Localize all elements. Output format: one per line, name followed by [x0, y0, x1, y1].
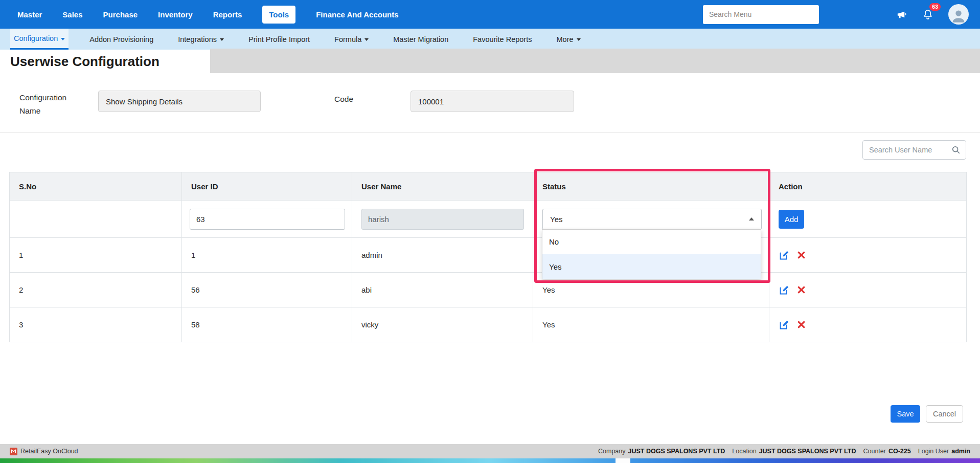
- location-label: Location: [732, 448, 756, 455]
- row-user-id: 58: [182, 307, 352, 342]
- login-user-value: admin: [951, 448, 970, 455]
- delete-icon[interactable]: [797, 285, 806, 294]
- top-navbar: Master Sales Purchase Inventory Reports …: [0, 0, 980, 29]
- row-user-id: 1: [182, 238, 352, 273]
- save-button[interactable]: Save: [891, 405, 920, 423]
- company-value: JUST DOGS SPALONS PVT LTD: [628, 448, 725, 455]
- company-label: Company: [598, 448, 626, 455]
- nav-inventory[interactable]: Inventory: [158, 10, 193, 19]
- table-row: 1 1 admin: [10, 238, 967, 273]
- tab-addon-provisioning[interactable]: Addon Provisioning: [86, 29, 157, 50]
- search-icon[interactable]: [951, 145, 961, 155]
- menu-search-input[interactable]: [708, 10, 814, 19]
- tab-master-migration[interactable]: Master Migration: [390, 29, 452, 50]
- retaileasy-logo-icon: [10, 448, 17, 455]
- table-input-row: Yes Add: [10, 201, 967, 238]
- col-header-action: Action: [769, 172, 967, 201]
- status-select[interactable]: Yes: [542, 209, 762, 230]
- col-header-user-id: User ID: [182, 172, 352, 201]
- table-header-row: S.No User ID User Name Status Action: [10, 172, 967, 201]
- statusbar: RetailEasy OnCloud Company JUST DOGS SPA…: [0, 444, 980, 458]
- nav-sales[interactable]: Sales: [62, 10, 82, 19]
- code-input[interactable]: 100001: [411, 91, 574, 112]
- tab-favourite-reports[interactable]: Favourite Reports: [469, 29, 535, 50]
- user-search-input[interactable]: [868, 145, 951, 155]
- col-header-user-name: User Name: [352, 172, 533, 201]
- app-window: Master Sales Purchase Inventory Reports …: [0, 0, 980, 463]
- tab-integrations-label: Integrations: [178, 35, 217, 43]
- taskbar-notch: [616, 458, 630, 463]
- row-user-name: admin: [352, 238, 533, 273]
- brand-name: RetailEasy OnCloud: [20, 448, 78, 455]
- menu-search-box: [703, 5, 819, 24]
- tab-formula-label: Formula: [334, 35, 361, 43]
- edit-icon[interactable]: [779, 250, 790, 261]
- tools-subnav: Configuration Addon Provisioning Integra…: [0, 29, 980, 50]
- chevron-down-icon: [577, 38, 581, 41]
- nav-reports[interactable]: Reports: [213, 10, 242, 19]
- col-header-sno: S.No: [10, 172, 182, 201]
- row-actions: [779, 250, 806, 261]
- tab-more-label: More: [556, 35, 573, 43]
- tab-configuration-label: Configuration: [14, 34, 58, 42]
- row-user-id: 56: [182, 273, 352, 307]
- row-sno: 3: [10, 307, 182, 342]
- notifications-bell-icon[interactable]: 63: [922, 8, 934, 20]
- table-row: 2 56 abi Yes: [10, 273, 967, 307]
- row-user-name: abi: [352, 273, 533, 307]
- section-divider: [0, 132, 980, 133]
- counter-value: CO-225: [888, 448, 911, 455]
- code-label: Code: [334, 93, 353, 106]
- tab-master-migration-label: Master Migration: [393, 35, 448, 43]
- chevron-up-icon: [749, 217, 754, 221]
- nav-master[interactable]: Master: [17, 10, 42, 19]
- notification-count-badge: 63: [929, 3, 941, 11]
- taskbar-strip: [0, 458, 980, 463]
- add-button[interactable]: Add: [779, 210, 804, 229]
- delete-icon[interactable]: [797, 251, 806, 259]
- status-dropdown-panel: No Yes: [542, 229, 761, 279]
- nav-purchase[interactable]: Purchase: [103, 10, 138, 19]
- row-user-name: vicky: [352, 307, 533, 342]
- user-name-input[interactable]: [361, 209, 524, 230]
- tab-integrations[interactable]: Integrations: [174, 29, 227, 50]
- main-menu: Master Sales Purchase Inventory Reports …: [0, 6, 419, 24]
- row-sno: 1: [10, 238, 182, 273]
- delete-icon[interactable]: [797, 320, 806, 329]
- tab-configuration[interactable]: Configuration: [10, 29, 69, 50]
- chevron-down-icon: [220, 38, 224, 41]
- users-table: S.No User ID User Name Status Action Yes…: [9, 172, 967, 342]
- user-id-input[interactable]: [190, 209, 345, 230]
- tab-print-profile-import-label: Print Profile Import: [248, 35, 310, 43]
- nav-finance-and-accounts[interactable]: Finance And Accounts: [316, 10, 398, 19]
- edit-icon[interactable]: [779, 284, 790, 296]
- tab-more[interactable]: More: [553, 29, 584, 50]
- tab-formula[interactable]: Formula: [331, 29, 372, 50]
- login-user-label: Login User: [918, 448, 949, 455]
- tab-print-profile-import[interactable]: Print Profile Import: [245, 29, 313, 50]
- edit-icon[interactable]: [779, 319, 790, 330]
- brand: RetailEasy OnCloud: [10, 448, 78, 455]
- configuration-name-input[interactable]: Show Shipping Details: [98, 91, 261, 112]
- page-title: Userwise Configuration: [10, 50, 159, 73]
- tab-addon-provisioning-label: Addon Provisioning: [89, 35, 153, 43]
- dropdown-option-yes[interactable]: Yes: [542, 254, 761, 279]
- title-strip: [210, 49, 980, 73]
- nav-tools[interactable]: Tools: [262, 6, 295, 24]
- topbar-right: 63: [703, 4, 980, 25]
- announcement-icon[interactable]: [896, 9, 907, 20]
- configuration-name-label: Configuration Name: [19, 91, 80, 117]
- row-sno: 2: [10, 273, 182, 307]
- input-sno-cell: [10, 201, 182, 238]
- user-search-box: [862, 140, 966, 160]
- col-header-status: Status: [533, 172, 769, 201]
- status-select-value: Yes: [550, 215, 562, 224]
- user-avatar[interactable]: [948, 4, 969, 25]
- row-actions: [779, 284, 806, 296]
- counter-label: Counter: [863, 448, 885, 455]
- chevron-down-icon: [61, 38, 65, 40]
- cancel-button[interactable]: Cancel: [926, 405, 963, 423]
- row-status: Yes: [533, 307, 769, 342]
- row-actions: [779, 319, 806, 330]
- dropdown-option-no[interactable]: No: [542, 230, 761, 254]
